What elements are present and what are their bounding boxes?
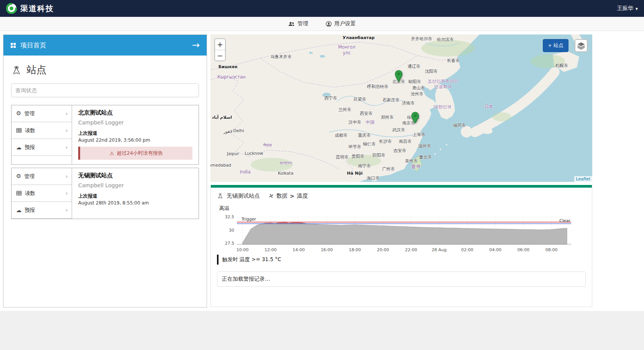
station-name: 无锡测试站点 — [78, 172, 192, 179]
station-icon — [217, 193, 223, 199]
map-label: لاهور — [223, 129, 232, 134]
project-panel-header: 项目首页 → — [3, 35, 207, 56]
user-name: 王振华 — [617, 5, 633, 12]
station-menu-manage[interactable]: ⚙ 管理 › — [12, 168, 72, 185]
station-menu: ⚙ 管理 › 读数 — [12, 168, 72, 219]
station-search-input[interactable] — [11, 83, 199, 97]
menu-item-label: 预报 — [25, 144, 35, 151]
map-label: 温州市 — [418, 143, 431, 149]
svg-text:02:00: 02:00 — [461, 247, 473, 252]
map-label: 呼和浩特市 — [367, 84, 388, 90]
station-menu-forecast[interactable]: ☁ 预报 › — [12, 139, 72, 156]
map-label: 泉州市 — [405, 158, 417, 164]
svg-text:18:00: 18:00 — [349, 247, 361, 252]
map-marker[interactable] — [395, 70, 403, 83]
map-label: 武汉市 — [393, 127, 405, 133]
brand[interactable]: 渠道科技 — [6, 3, 54, 14]
zoom-out-button[interactable]: − — [215, 50, 225, 61]
svg-text:12:00: 12:00 — [264, 247, 277, 252]
breadcrumb-separator: > — [290, 193, 294, 199]
menu-user-settings-label: 用户设置 — [334, 20, 356, 27]
map-label: Lucknow — [245, 150, 263, 155]
map-label: 臺灣 — [411, 164, 420, 169]
grid-icon — [10, 43, 16, 48]
map-label: 邵阳市 — [373, 152, 385, 158]
table-icon — [16, 128, 22, 133]
warning-icon: ⚠ — [110, 150, 114, 156]
panel-accent-bar — [211, 185, 592, 188]
menu-user-settings[interactable]: 用户设置 — [326, 20, 356, 27]
map-label: 毕节市 — [348, 144, 361, 149]
station-logger: Campbell Logger — [78, 119, 192, 126]
chevron-right-icon: › — [66, 144, 68, 151]
map-label: Delhi — [233, 128, 244, 133]
map-label: Hà Nội — [347, 170, 363, 175]
last-report-time: August 22nd 2019, 3:56:00 pm — [78, 137, 192, 143]
trigger-note: 触发时 温度 >= 31.5 °C — [217, 255, 586, 265]
last-report-time: August 28th 2019, 8:55:00 am — [78, 200, 192, 206]
breadcrumb-data[interactable]: 数据 — [276, 192, 288, 200]
breadcrumb-metric[interactable]: 温度 — [297, 192, 308, 200]
svg-text:27.5: 27.5 — [225, 241, 235, 246]
menu-item-label: 管理 — [24, 110, 34, 117]
map-label: Улаанбаатар — [343, 35, 375, 40]
app: 渠道科技 王振华 ▼ 管理 — [0, 0, 644, 350]
station-card-wuxi: ⚙ 管理 › 读数 — [11, 168, 199, 219]
brand-logo-icon — [6, 3, 17, 14]
svg-text:32.5: 32.5 — [225, 214, 235, 219]
menu-admin[interactable]: 管理 — [288, 20, 308, 27]
add-station-button[interactable]: + 站点 — [543, 39, 568, 52]
temperature-panel-body: 无锡测试站点 数据 — [211, 188, 592, 287]
map-label: 上海市 — [412, 132, 425, 137]
map-label: 조선민주주의인민공화국 — [427, 79, 460, 90]
map-label: 齐齐哈尔市 — [411, 36, 432, 42]
svg-text:10:00: 10:00 — [237, 247, 249, 252]
map-attribution: Leaflet — [574, 176, 592, 182]
map-marker[interactable] — [411, 112, 419, 125]
zoom-in-button[interactable]: + — [215, 39, 225, 50]
layers-control[interactable] — [575, 39, 588, 52]
station-menu-readings[interactable]: 读数 › — [12, 122, 72, 139]
svg-text:06:00: 06:00 — [518, 247, 530, 252]
map-label: 长沙市 — [379, 139, 392, 144]
station-info: 无锡测试站点 Campbell Logger 上次报道 August 28th … — [72, 168, 199, 219]
menu-admin-label: 管理 — [297, 20, 308, 27]
map-label: 日本 — [485, 103, 493, 109]
map-label: Бишкек — [219, 64, 238, 69]
station-menu-manage[interactable]: ⚙ 管理 › — [12, 105, 72, 122]
map-label: 沧州市 — [411, 91, 423, 97]
temperature-panel: 无锡测试站点 数据 — [210, 185, 592, 307]
menu-item-label: 管理 — [24, 173, 34, 180]
map-label: 石家庄市 — [383, 97, 399, 103]
map-label: اسلام آباد — [212, 114, 232, 119]
brand-name: 渠道科技 — [20, 3, 54, 14]
right-column: УлаанбаатарМонгол улс齐齐哈尔市哈尔滨市乌鲁木齐市长春市通辽… — [210, 34, 592, 307]
leaflet-link[interactable]: Leaflet — [576, 177, 590, 182]
svg-text:Clear: Clear — [559, 218, 570, 223]
map-label: 南昌市 — [399, 139, 411, 144]
station-menu-readings[interactable]: 读数 › — [12, 185, 72, 202]
map-label: 乌鲁木齐市 — [270, 54, 292, 60]
map-label: 吕梁市 — [353, 96, 366, 102]
arrow-right-icon[interactable]: → — [192, 41, 200, 50]
map-label: 长春市 — [447, 58, 460, 64]
station-card-beijing: ⚙ 管理 › 读数 — [11, 105, 199, 165]
alert-text: 超过24小时没有报告 — [117, 150, 163, 157]
station-logger: Campbell Logger — [78, 182, 192, 188]
map-label: 郑州市 — [381, 114, 394, 120]
svg-text:14:00: 14:00 — [292, 247, 305, 252]
map-label: 福冈市 — [453, 123, 466, 128]
svg-text:30: 30 — [229, 228, 234, 233]
station-menu-forecast[interactable]: ☁ 预报 › — [12, 202, 72, 219]
map-label: 昆明市 — [336, 154, 348, 160]
map-label: 대한민국 — [434, 104, 452, 110]
chevron-right-icon: › — [66, 127, 68, 134]
no-report-alert: ⚠ 超过24小时没有报告 — [78, 147, 192, 160]
map-label: 吉安市 — [394, 147, 406, 153]
stations-section-label: 站点 — [26, 63, 46, 77]
svg-text:20:00: 20:00 — [377, 247, 389, 252]
map[interactable]: УлаанбаатарМонгол улс齐齐哈尔市哈尔滨市乌鲁木齐市长春市通辽… — [210, 34, 592, 182]
map-label: 西安市 — [360, 110, 373, 116]
user-menu[interactable]: 王振华 ▼ — [617, 5, 638, 12]
map-label: 朝阳市 — [408, 79, 421, 84]
